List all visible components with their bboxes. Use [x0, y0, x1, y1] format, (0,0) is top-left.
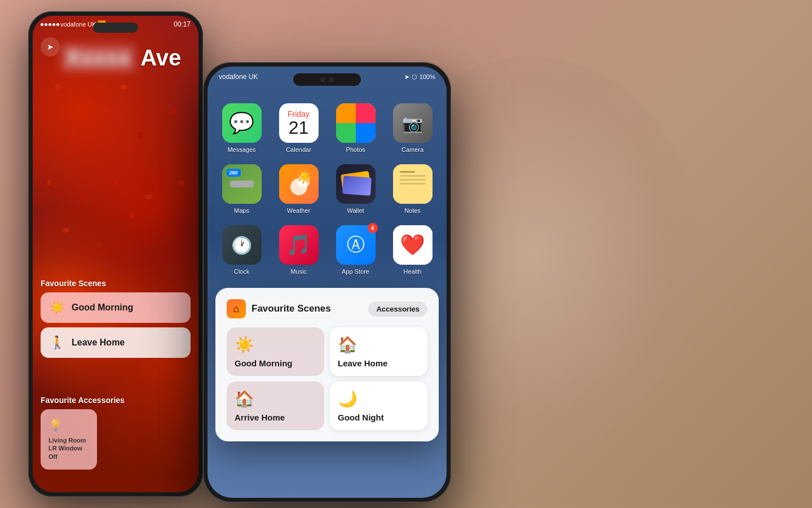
weather-app[interactable]: ☀️ Weather	[276, 164, 321, 214]
maps-label: Maps	[234, 207, 249, 214]
speaker-bar	[93, 23, 138, 33]
photos-grid	[336, 103, 376, 143]
appstore-app[interactable]: Ⓐ 4 App Store	[333, 225, 378, 275]
notes-line-3	[400, 179, 426, 181]
sun-icon: ☀️	[296, 169, 313, 185]
popup-title-row: ⌂ Favourite Scenes	[227, 299, 331, 318]
health-heart-icon: ❤️	[400, 233, 425, 257]
messages-icon: 💬	[222, 103, 262, 143]
battery-text: 100%	[420, 73, 435, 80]
accessories-button[interactable]: Accessories	[368, 301, 427, 317]
clock-label: Clock	[234, 268, 250, 275]
address-visible-part: Ave	[140, 45, 181, 70]
maps-inner: 280	[222, 164, 262, 204]
app-grid: 💬 Messages Friday 21 Calendar	[208, 98, 447, 281]
camera-lens	[329, 77, 334, 82]
notes-app[interactable]: Notes	[390, 164, 435, 214]
homekit-icon: ⌂	[227, 299, 246, 318]
appstore-label: App Store	[342, 268, 369, 275]
wallet-app[interactable]: Wallet	[333, 164, 378, 214]
maps-app[interactable]: 280 Maps	[219, 164, 264, 214]
calendar-icon: Friday 21	[279, 103, 319, 143]
clock-app[interactable]: 🕐 Clock	[219, 225, 264, 275]
photos-icon	[336, 103, 376, 143]
camera-icon: 📷	[393, 103, 433, 143]
signal-dot-2	[45, 23, 47, 26]
photos-app[interactable]: Photos	[333, 103, 378, 153]
favourite-accessories-section: Favourite Accessories 💡 Living Room LR W…	[41, 396, 191, 470]
health-inner: ❤️	[393, 225, 433, 265]
notes-line-1	[400, 171, 416, 173]
maps-road	[230, 181, 254, 187]
favourite-scenes-section: Favourite Scenes ☀️ Good Morning 🚶 Leave…	[41, 279, 191, 362]
popup-arrive-home-card[interactable]: 🏠 Arrive Home	[227, 382, 324, 430]
good-morning-label: Good Morning	[72, 303, 133, 313]
notes-label: Notes	[404, 207, 421, 214]
popup-title: Favourite Scenes	[251, 303, 331, 314]
clock-symbol: 🕐	[231, 235, 252, 255]
wallet-card-2	[342, 176, 371, 195]
photos-q4	[356, 123, 376, 143]
popup-good-night-card[interactable]: 🌙 Good Night	[330, 382, 427, 430]
camera-app[interactable]: 📷 Camera	[390, 103, 435, 153]
phone-back: vodafone UK 📶 00:17 ➤ Xxxxx Ave Favourit…	[28, 11, 203, 497]
notes-line-4	[400, 183, 426, 185]
photos-q3	[336, 123, 356, 143]
messages-app[interactable]: 💬 Messages	[219, 103, 264, 153]
lightbulb-icon: 💡	[48, 418, 63, 432]
popup-leave-home-icon: 🏠	[338, 335, 358, 354]
leave-home-label: Leave Home	[72, 338, 125, 348]
notes-icon	[393, 164, 433, 204]
favourite-accessories-title: Favourite Accessories	[41, 396, 191, 405]
calendar-app[interactable]: Friday 21 Calendar	[276, 103, 321, 153]
location-button[interactable]: ➤	[41, 37, 60, 56]
favourite-scenes-title: Favourite Scenes	[41, 279, 191, 288]
signal-dot-1	[41, 23, 43, 26]
popup-good-morning-card[interactable]: ☀️ Good Morning	[227, 327, 324, 376]
location-status-icon: ➤	[404, 73, 409, 81]
scenes-grid: ☀️ Good Morning 🏠 Leave Home 🏠 Arrive Ho…	[227, 327, 427, 430]
music-icon: 🎵	[279, 225, 319, 265]
wallet-label: Wallet	[347, 207, 364, 214]
popup-good-night-label: Good Night	[338, 413, 384, 422]
health-label: Health	[404, 268, 422, 275]
good-morning-card[interactable]: ☀️ Good Morning	[41, 292, 191, 323]
popup-good-morning-icon: ☀️	[235, 335, 254, 354]
notes-inner	[393, 164, 433, 204]
popup-arrive-home-icon: 🏠	[235, 389, 254, 408]
weather-inner: ☀️	[279, 164, 319, 204]
calendar-label: Calendar	[286, 146, 311, 153]
accessory-name: Living Room LR Window Off	[48, 436, 89, 461]
wallet-inner	[336, 164, 376, 204]
camera-bar	[293, 73, 361, 86]
calendar-inner: Friday 21	[279, 103, 319, 143]
music-app[interactable]: 🎵 Music	[276, 225, 321, 275]
camera-symbol: 📷	[402, 113, 423, 133]
clock-icon: 🕐	[222, 225, 262, 265]
address-display: Xxxxx Ave	[61, 44, 193, 72]
popup-arrive-home-label: Arrive Home	[235, 413, 285, 422]
popup-leave-home-label: Leave Home	[338, 358, 387, 368]
signal-dot-4	[52, 23, 55, 26]
appstore-badge: 4	[368, 223, 378, 233]
maps-icon: 280	[222, 164, 262, 204]
weather-label: Weather	[287, 207, 310, 214]
living-room-accessory-card[interactable]: 💡 Living Room LR Window Off	[41, 409, 97, 470]
location-icon: ➤	[47, 42, 54, 51]
carrier-text: vodafone UK	[60, 21, 96, 28]
health-app[interactable]: ❤️ Health	[390, 225, 435, 275]
phone-front: vodafone UK 10:01 ➤ ⬡ 100% 💬 Messages Fr…	[203, 62, 451, 502]
leave-home-card[interactable]: 🚶 Leave Home	[41, 327, 191, 358]
photos-q1	[336, 103, 356, 123]
wallet-icon	[336, 164, 376, 204]
weather-icon: ☀️	[279, 164, 319, 204]
signal-dot-5	[56, 23, 59, 26]
front-status-icons: ➤ ⬡ 100%	[404, 73, 435, 81]
camera-label: Camera	[401, 146, 423, 153]
messages-bubble-icon: 💬	[229, 111, 254, 135]
maps-badge: 280	[227, 169, 241, 177]
popup-leave-home-card[interactable]: 🏠 Leave Home	[330, 327, 427, 376]
music-label: Music	[290, 268, 307, 275]
photos-label: Photos	[346, 146, 365, 153]
appstore-icon: Ⓐ 4	[336, 225, 376, 265]
